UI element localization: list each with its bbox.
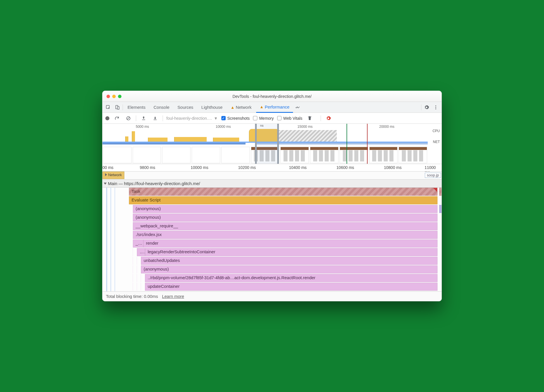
overview-minimap[interactable]: 5000 ms 10000 ms 15000 ms 20000 ms CPU N… [102, 124, 442, 164]
download-icon[interactable] [151, 114, 159, 122]
gutter [102, 188, 106, 291]
overview-tick: 15000 ms [297, 125, 313, 129]
kebab-icon[interactable] [432, 103, 440, 111]
flame-bar-task[interactable]: Task [439, 188, 442, 196]
screenshots-checkbox[interactable]: ✓Screenshots [221, 116, 250, 121]
tab-console[interactable]: Console [150, 102, 173, 113]
network-request-chip[interactable]: soop.jp [425, 173, 441, 178]
warning-icon: ▲ [231, 105, 235, 110]
ruler-tick: 10600 ms [336, 165, 354, 170]
flame-bar[interactable]: unbatchedUpdates [141, 257, 438, 265]
tbt-label: Total blocking time: 0.00ms [106, 294, 158, 299]
tab-network[interactable]: ▲Network [227, 102, 255, 113]
trash-icon[interactable] [306, 114, 314, 122]
capture-settings-icon[interactable] [324, 114, 332, 122]
flame-bar[interactable]: ./src/index.jsx [133, 231, 438, 239]
profile-select[interactable]: foul-heavenly-direction.…▼ [166, 116, 218, 121]
flame-bar[interactable]: _…_ [133, 239, 143, 248]
timeline-ruler[interactable]: 00 ms 9800 ms 10000 ms 10200 ms 10400 ms… [102, 164, 442, 172]
svg-rect-7 [142, 119, 145, 120]
overview-window[interactable] [255, 124, 279, 164]
ns-label: ns [260, 124, 264, 127]
flame-bar[interactable]: L…t [439, 205, 442, 213]
device-toggle-icon[interactable] [113, 103, 121, 111]
record-icon[interactable] [105, 116, 109, 120]
flame-bar[interactable]: (anonymous) [133, 214, 438, 222]
ruler-tick: 10000 ms [191, 165, 208, 170]
ruler-tick: 10200 ms [238, 165, 256, 170]
svg-rect-8 [154, 119, 157, 120]
tracks: Network soop.jp Main — https://foul-heav… [102, 172, 442, 291]
svg-point-3 [435, 105, 436, 106]
flame-chart[interactable]: Task Task Evaluate Script L…t (anonymous… [102, 188, 442, 291]
tab-elements[interactable]: Elements [124, 102, 149, 113]
svg-point-5 [435, 108, 436, 109]
memory-checkbox[interactable]: Memory [253, 116, 274, 121]
window-title: DevTools - foul-heavenly-direction.glitc… [102, 94, 442, 99]
devtools-window: DevTools - foul-heavenly-direction.glitc… [102, 91, 442, 301]
network-track[interactable]: Network soop.jp [102, 172, 442, 180]
more-tabs-icon[interactable] [294, 103, 302, 111]
disclosure-icon [105, 173, 107, 176]
tab-sources[interactable]: Sources [174, 102, 197, 113]
flame-bar[interactable]: updateContainer [145, 283, 438, 291]
learn-more-link[interactable]: Learn more [162, 294, 184, 299]
marker-line [367, 124, 368, 164]
net-label: NET [428, 140, 440, 144]
reload-icon[interactable] [113, 114, 121, 122]
overview-tick: 20000 ms [379, 125, 395, 129]
settings-icon[interactable] [423, 103, 431, 111]
ruler-tick: 9800 ms [140, 165, 155, 170]
ruler-tick: 00 ms [102, 165, 113, 170]
flame-bar[interactable]: render [143, 239, 438, 248]
chevron-down-icon: ▼ [214, 116, 218, 121]
webvitals-checkbox[interactable]: Web Vitals [277, 116, 302, 121]
flame-bar[interactable]: (anonymous) [133, 205, 438, 213]
main-track-header[interactable]: Main — https://foul-heavenly-direction.g… [102, 180, 442, 188]
overview-tick: 5000 ms [136, 125, 149, 129]
tab-lighthouse[interactable]: Lighthouse [198, 102, 226, 113]
footer: Total blocking time: 0.00ms Learn more [102, 291, 442, 301]
clear-icon[interactable] [124, 114, 132, 122]
svg-point-4 [435, 107, 436, 108]
network-track-header[interactable]: Network [102, 172, 124, 179]
upload-icon[interactable] [140, 114, 148, 122]
flame-bar[interactable]: …. [137, 248, 145, 256]
flame-bar[interactable]: __webpack_require__ [133, 222, 438, 230]
flame-bar-task[interactable]: Task [129, 188, 438, 196]
flame-bar[interactable]: legacyRenderSubtreeIntoContainer [145, 248, 438, 256]
titlebar: DevTools - foul-heavenly-direction.glitc… [102, 91, 442, 102]
flame-bar[interactable]: (anonymous) [141, 265, 438, 273]
ruler-tick: 10400 ms [289, 165, 307, 170]
flame-bar[interactable]: ../rbd/pnpm-volume/28d7f85f-31d7-4fd8-ab… [145, 274, 438, 282]
ruler-tick: 10800 ms [384, 165, 402, 170]
overview-tick: 10000 ms [216, 125, 231, 129]
cpu-label: CPU [428, 129, 440, 140]
tab-performance[interactable]: ▲Performance [256, 102, 293, 113]
disclosure-icon [104, 182, 107, 184]
svg-rect-2 [117, 106, 119, 109]
inspect-icon[interactable] [104, 103, 112, 111]
warning-icon: ▲ [260, 104, 264, 109]
marker-line [347, 124, 347, 164]
flame-bar[interactable]: Evaluate Script [129, 196, 438, 204]
perf-toolbar: foul-heavenly-direction.…▼ ✓Screenshots … [102, 113, 442, 124]
devtools-tabs: Elements Console Sources Lighthouse ▲Net… [102, 102, 442, 113]
